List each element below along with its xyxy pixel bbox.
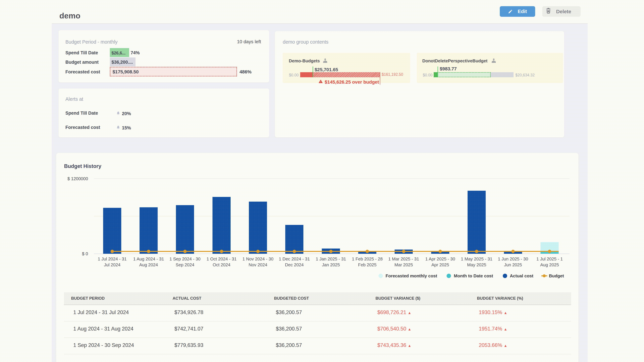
svg-text:Month to Date cost: Month to Date cost (454, 273, 493, 278)
svg-text:Apr 2025: Apr 2025 (431, 262, 449, 267)
svg-text:Actual cost: Actual cost (510, 273, 533, 278)
svg-text:1 Sep 2024 - 30: 1 Sep 2024 - 30 (170, 256, 200, 261)
svg-text:Aug 2024: Aug 2024 (139, 262, 158, 267)
svg-text:1 Jul 2025 - 1: 1 Jul 2025 - 1 (536, 256, 563, 261)
svg-text:1 May 2025 - 31: 1 May 2025 - 31 (461, 256, 492, 261)
svg-text:1 Aug 2024 - 31: 1 Aug 2024 - 31 (133, 256, 164, 261)
svg-text:Mar 2025: Mar 2025 (394, 262, 413, 267)
svg-text:$ 0: $ 0 (82, 251, 88, 256)
svg-text:Nov 2024: Nov 2024 (248, 262, 267, 267)
svg-text:1 Jun 2025 - 30: 1 Jun 2025 - 30 (498, 256, 528, 261)
svg-text:1 Nov 2024 - 30: 1 Nov 2024 - 30 (242, 256, 273, 261)
svg-text:Feb 2025: Feb 2025 (358, 262, 376, 267)
svg-text:1 Jan 2025 - 31: 1 Jan 2025 - 31 (316, 256, 346, 261)
svg-text:May 2025: May 2025 (467, 262, 486, 267)
svg-text:1 Oct 2024 - 31: 1 Oct 2024 - 31 (206, 256, 236, 261)
svg-text:Budget: Budget (549, 273, 564, 278)
svg-text:1 Apr 2025 - 30: 1 Apr 2025 - 30 (425, 256, 455, 261)
svg-text:1 Feb 2025 - 28: 1 Feb 2025 - 28 (352, 256, 383, 261)
svg-text:Jan 2025: Jan 2025 (322, 262, 340, 267)
svg-text:Forecasted monthly cost: Forecasted monthly cost (386, 273, 437, 278)
svg-text:1 Dec 2024 - 31: 1 Dec 2024 - 31 (279, 256, 310, 261)
svg-text:Aug 2025: Aug 2025 (540, 262, 559, 267)
svg-text:1 Jul 2024 - 31: 1 Jul 2024 - 31 (98, 256, 126, 261)
svg-text:Oct 2024: Oct 2024 (213, 262, 230, 267)
svg-text:Sep 2024: Sep 2024 (176, 262, 194, 267)
svg-text:Jun 2025: Jun 2025 (504, 262, 522, 267)
svg-text:$ 1200000: $ 1200000 (68, 176, 88, 181)
svg-text:1 Mar 2025 - 31: 1 Mar 2025 - 31 (388, 256, 419, 261)
svg-text:Jul 2024: Jul 2024 (104, 262, 120, 267)
svg-text:Dec 2024: Dec 2024 (285, 262, 304, 267)
